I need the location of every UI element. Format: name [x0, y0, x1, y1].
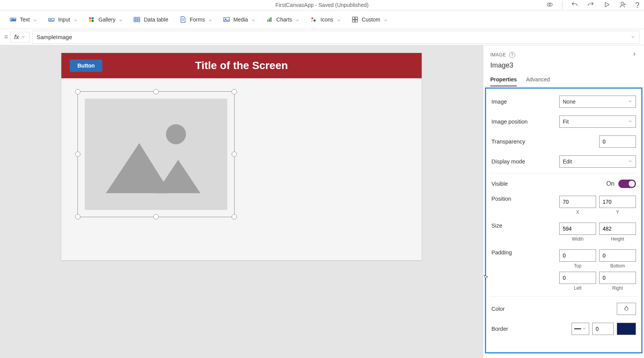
padding-top-input[interactable] — [559, 249, 596, 262]
color-picker[interactable] — [617, 303, 636, 315]
ribbon-charts[interactable]: Charts — [262, 13, 303, 26]
resize-handle[interactable] — [232, 152, 237, 157]
prop-color: Color — [490, 296, 637, 319]
app-title: FirstCanvasApp - Saved (Unpublished) — [276, 2, 369, 8]
size-height-input[interactable] — [599, 223, 636, 235]
fx-icon: fx — [14, 34, 19, 41]
svg-marker-34 — [156, 160, 200, 193]
resize-handle[interactable] — [153, 214, 159, 219]
chevron-down-icon — [208, 18, 212, 21]
screen-canvas[interactable]: Button Title of the Screen — [61, 53, 422, 260]
ribbon-forms[interactable]: Forms — [175, 13, 216, 26]
screen-title: Title of the Screen — [195, 59, 288, 72]
visible-toggle[interactable] — [618, 180, 636, 188]
prop-position: Position X Y — [490, 192, 637, 219]
ribbon-media[interactable]: Media — [219, 13, 259, 26]
resize-handle[interactable] — [75, 152, 80, 157]
prop-label: Position — [491, 196, 556, 202]
formula-value: SampleImage — [36, 34, 72, 40]
chevron-right-icon[interactable] — [632, 51, 637, 58]
svg-point-3 — [621, 2, 624, 5]
svg-rect-30 — [352, 20, 355, 22]
size-width-input[interactable] — [559, 223, 596, 235]
image-select[interactable]: None — [559, 96, 636, 108]
help-icon[interactable]: ? — [509, 52, 515, 58]
chevron-down-icon — [383, 18, 387, 21]
input-icon — [48, 16, 55, 23]
chevron-down-icon — [33, 18, 37, 21]
prop-image-position: Image position Fit — [490, 112, 637, 132]
chevron-down-icon — [337, 18, 340, 21]
prop-label: Padding — [491, 249, 556, 256]
sublabel: Width — [572, 236, 584, 242]
props-tabs: Properties Advanced — [483, 73, 644, 87]
resize-handle[interactable] — [232, 214, 237, 219]
sublabel: Height — [611, 236, 624, 242]
resize-handle[interactable] — [75, 89, 80, 94]
linked-rings-icon[interactable] — [546, 1, 554, 10]
ribbon-custom[interactable]: Custom — [347, 13, 391, 26]
prop-label: Image — [491, 99, 556, 105]
svg-rect-12 — [92, 20, 94, 22]
border-color-swatch[interactable] — [617, 323, 636, 335]
control-name: Image3 — [483, 61, 644, 73]
ribbon-input-label: Input — [58, 16, 70, 23]
transparency-input[interactable] — [599, 135, 636, 148]
prop-size: Size Width Height — [490, 219, 637, 246]
fx-button[interactable]: fx — [10, 32, 30, 43]
position-y-input[interactable] — [599, 196, 636, 208]
ribbon-text[interactable]: Abc Text — [5, 13, 41, 26]
titlebar-actions: ? — [546, 1, 639, 10]
image-position-select[interactable]: Fit — [559, 115, 636, 128]
label-icon: Abc — [9, 16, 17, 23]
prop-label: Display mode — [491, 158, 556, 165]
tab-properties-label: Properties — [490, 76, 517, 82]
component-icon — [351, 16, 359, 23]
border-width-input[interactable] — [592, 323, 614, 335]
svg-marker-33 — [106, 143, 168, 193]
ribbon-datatable[interactable]: Data table — [129, 13, 172, 26]
select-value: None — [563, 99, 575, 105]
ribbon-charts-label: Charts — [276, 16, 292, 23]
ribbon-gallery[interactable]: Gallery — [84, 13, 126, 26]
shapes-icon: + — [310, 16, 317, 23]
sublabel: X — [576, 210, 579, 215]
padding-bottom-input[interactable] — [599, 249, 636, 262]
undo-icon[interactable] — [571, 1, 578, 10]
svg-rect-9 — [89, 17, 91, 19]
properties-panel: IMAGE ? Image3 Properties Advanced Image… — [483, 45, 644, 358]
formula-input[interactable]: SampleImage — [32, 31, 639, 44]
tab-advanced[interactable]: Advanced — [526, 73, 550, 86]
canvas-button[interactable]: Button — [70, 59, 102, 72]
prop-label: Border — [491, 326, 568, 332]
border-style-select[interactable] — [572, 323, 589, 335]
tab-properties[interactable]: Properties — [490, 73, 517, 86]
svg-point-32 — [166, 124, 186, 144]
padding-left-input[interactable] — [559, 272, 596, 284]
resize-handle[interactable] — [153, 89, 159, 94]
toggle-state-label: On — [606, 180, 614, 187]
resize-handle[interactable] — [75, 214, 80, 219]
padding-right-input[interactable] — [599, 272, 636, 284]
chevron-down-icon — [251, 18, 255, 21]
table-icon — [133, 16, 141, 23]
selected-image-control[interactable] — [77, 91, 235, 217]
ribbon-input[interactable]: Input — [44, 13, 81, 26]
svg-rect-31 — [355, 20, 357, 22]
share-icon[interactable] — [619, 1, 627, 10]
select-value: Fit — [563, 119, 569, 125]
redo-icon[interactable] — [587, 1, 595, 10]
canvas-zone: Button Title of the Screen — [0, 45, 483, 358]
ribbon-gallery-label: Gallery — [99, 16, 115, 23]
chevron-down-icon — [295, 18, 299, 21]
position-x-input[interactable] — [559, 196, 596, 208]
help-icon[interactable]: ? — [635, 1, 639, 10]
insert-ribbon: Abc Text Input Gallery Data table Forms … — [0, 10, 644, 29]
equals-label: = — [2, 33, 10, 41]
resize-handle[interactable] — [232, 89, 237, 94]
display-mode-select[interactable]: Edit — [559, 155, 636, 168]
ribbon-icons[interactable]: + Icons — [306, 13, 344, 26]
chevron-down-icon — [628, 158, 632, 165]
formula-bar: = fx SampleImage — [0, 29, 644, 45]
play-icon[interactable] — [603, 1, 611, 10]
